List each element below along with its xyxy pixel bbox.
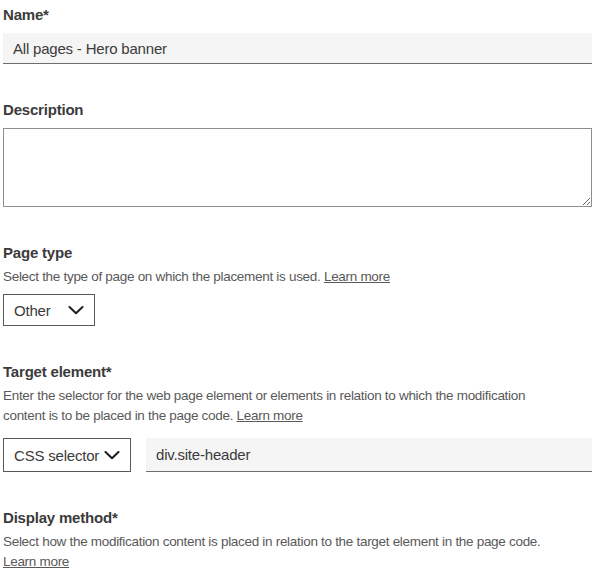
placement-settings-form: Name* Description Page type Select the t… bbox=[0, 0, 600, 577]
chevron-down-icon bbox=[68, 306, 84, 315]
page-type-label: Page type bbox=[3, 243, 592, 263]
target-element-label: Target element* bbox=[3, 362, 592, 382]
page-type-field: Page type Select the type of page on whi… bbox=[3, 243, 592, 326]
selector-type-select[interactable]: CSS selector bbox=[3, 438, 131, 472]
page-type-learn-more-link[interactable]: Learn more bbox=[324, 269, 390, 284]
page-type-helper-text: Select the type of page on which the pla… bbox=[3, 269, 320, 284]
target-element-helper: Enter the selector for the web page elem… bbox=[3, 386, 543, 426]
description-textarea[interactable] bbox=[3, 128, 592, 207]
description-field: Description bbox=[3, 100, 592, 207]
target-element-field: Target element* Enter the selector for t… bbox=[3, 362, 592, 472]
page-type-select-value: Other bbox=[14, 302, 51, 319]
selector-value-input[interactable] bbox=[146, 438, 592, 472]
display-method-label: Display method* bbox=[3, 508, 592, 528]
chevron-down-icon bbox=[104, 451, 120, 460]
display-method-helper-text: Select how the modification content is p… bbox=[3, 534, 541, 549]
description-label: Description bbox=[3, 100, 592, 120]
target-element-learn-more-link[interactable]: Learn more bbox=[237, 408, 303, 423]
target-element-row: CSS selector bbox=[3, 438, 592, 472]
name-field: Name* bbox=[3, 5, 592, 64]
page-type-select[interactable]: Other bbox=[3, 294, 95, 326]
name-label: Name* bbox=[3, 5, 592, 25]
page-type-helper: Select the type of page on which the pla… bbox=[3, 267, 592, 287]
display-method-field: Display method* Select how the modificat… bbox=[3, 508, 592, 577]
display-method-helper: Select how the modification content is p… bbox=[3, 532, 592, 572]
selector-type-select-value: CSS selector bbox=[14, 447, 99, 464]
name-input[interactable] bbox=[3, 33, 592, 64]
display-method-learn-more-link[interactable]: Learn more bbox=[3, 554, 69, 569]
